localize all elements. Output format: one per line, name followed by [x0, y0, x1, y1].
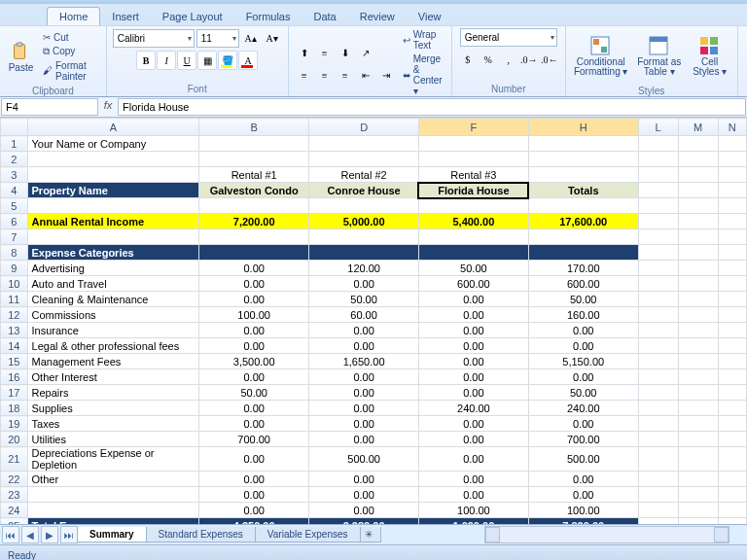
- cell[interactable]: 0.00: [199, 487, 309, 503]
- cell[interactable]: [638, 261, 678, 276]
- cell[interactable]: 0.00: [528, 487, 638, 503]
- cell[interactable]: [678, 152, 718, 167]
- spreadsheet-grid[interactable]: ABDFHLMN1Your Name or Company23Rental #1…: [0, 118, 747, 524]
- orientation-button[interactable]: ↗: [356, 43, 375, 62]
- cell[interactable]: [678, 183, 718, 198]
- cell[interactable]: Insurance: [27, 323, 199, 338]
- cell[interactable]: 700.00: [528, 432, 638, 447]
- row-head-10[interactable]: 10: [1, 276, 28, 292]
- row-head-23[interactable]: 23: [1, 487, 28, 503]
- cut-button[interactable]: ✂Cut: [40, 31, 100, 44]
- cell[interactable]: Expense Categories: [27, 245, 199, 261]
- increase-decimal-button[interactable]: .0→: [519, 50, 539, 69]
- cell[interactable]: [638, 472, 678, 487]
- cell[interactable]: [678, 167, 718, 183]
- col-head-F[interactable]: F: [418, 119, 528, 136]
- cell[interactable]: Other: [27, 472, 199, 487]
- cell[interactable]: [678, 354, 718, 369]
- align-middle-button[interactable]: ≡: [315, 43, 335, 62]
- comma-button[interactable]: ,: [499, 50, 518, 69]
- cell[interactable]: [418, 229, 528, 245]
- cell[interactable]: Supplies: [27, 401, 199, 416]
- cell[interactable]: 0.00: [309, 338, 419, 354]
- row-head-16[interactable]: 16: [1, 369, 28, 385]
- row-head-13[interactable]: 13: [1, 323, 28, 338]
- cell[interactable]: [678, 276, 718, 292]
- currency-button[interactable]: $: [458, 50, 478, 69]
- row-head-18[interactable]: 18: [1, 401, 28, 416]
- cell[interactable]: 0.00: [309, 401, 419, 416]
- cell[interactable]: 1,650.00: [309, 354, 419, 369]
- cell[interactable]: 0.00: [199, 323, 309, 338]
- underline-button[interactable]: U: [177, 51, 196, 70]
- cell[interactable]: [678, 447, 718, 472]
- cell[interactable]: [718, 167, 746, 183]
- cell[interactable]: [678, 292, 718, 307]
- cell[interactable]: [199, 136, 309, 152]
- cell[interactable]: 50.00: [418, 261, 528, 276]
- cell[interactable]: [718, 472, 746, 487]
- cell[interactable]: 0.00: [418, 292, 528, 307]
- cell[interactable]: [638, 167, 678, 183]
- font-size-combo[interactable]: 11: [196, 29, 239, 48]
- cell[interactable]: [638, 401, 678, 416]
- row-head-12[interactable]: 12: [1, 307, 28, 323]
- grow-font-button[interactable]: A▴: [241, 28, 261, 48]
- cell[interactable]: 0.00: [528, 472, 638, 487]
- cell[interactable]: [638, 276, 678, 292]
- cell[interactable]: [718, 136, 746, 152]
- tab-data[interactable]: Data: [302, 8, 347, 25]
- cell[interactable]: 240.00: [528, 401, 638, 416]
- cell[interactable]: [678, 136, 718, 152]
- merge-center-button[interactable]: ⬌Merge & Center ▾: [400, 52, 445, 97]
- tab-formulas[interactable]: Formulas: [234, 8, 302, 25]
- col-head-B[interactable]: B: [199, 119, 309, 136]
- cell[interactable]: 170.00: [528, 261, 638, 276]
- cell[interactable]: [638, 198, 678, 214]
- increase-indent-button[interactable]: ⇥: [376, 65, 396, 85]
- cell[interactable]: 5,150.00: [528, 354, 638, 369]
- cell[interactable]: [718, 152, 746, 167]
- cell[interactable]: [638, 503, 678, 518]
- cell[interactable]: [718, 385, 746, 401]
- cell[interactable]: Rental #3: [418, 167, 528, 183]
- cell[interactable]: [678, 385, 718, 401]
- cell[interactable]: [678, 416, 718, 432]
- cell[interactable]: [718, 214, 746, 229]
- cell[interactable]: 0.00: [309, 487, 419, 503]
- cell[interactable]: 700.00: [199, 432, 309, 447]
- cell[interactable]: [528, 152, 638, 167]
- cell[interactable]: Your Name or Company: [27, 136, 199, 152]
- cell[interactable]: Legal & other professional fees: [27, 338, 199, 354]
- cell[interactable]: 3,500.00: [199, 354, 309, 369]
- cell[interactable]: [638, 323, 678, 338]
- cell[interactable]: [718, 369, 746, 385]
- cell[interactable]: 7,200.00: [199, 214, 309, 229]
- cell[interactable]: 0.00: [418, 354, 528, 369]
- col-head-M[interactable]: M: [678, 119, 718, 136]
- cell[interactable]: [528, 198, 638, 214]
- row-head-3[interactable]: 3: [1, 167, 28, 183]
- bold-button[interactable]: B: [136, 51, 156, 70]
- cell[interactable]: [638, 487, 678, 503]
- cell[interactable]: [638, 447, 678, 472]
- cell[interactable]: Galveston Condo: [199, 183, 309, 198]
- cell[interactable]: 0.00: [418, 432, 528, 447]
- cell[interactable]: [309, 152, 419, 167]
- align-bottom-button[interactable]: ⬇: [336, 43, 355, 62]
- cell[interactable]: 5,000.00: [309, 214, 419, 229]
- cell[interactable]: Commissions: [27, 307, 199, 323]
- cell[interactable]: [678, 401, 718, 416]
- cell[interactable]: [27, 167, 199, 183]
- cell[interactable]: 600.00: [528, 276, 638, 292]
- cell[interactable]: [678, 214, 718, 229]
- cell[interactable]: [678, 261, 718, 276]
- col-head-A[interactable]: A: [27, 119, 199, 136]
- cell[interactable]: 0.00: [309, 472, 419, 487]
- paste-button[interactable]: Paste: [6, 28, 36, 85]
- cell[interactable]: [678, 307, 718, 323]
- cell[interactable]: Property Name: [27, 183, 199, 198]
- cell[interactable]: [718, 323, 746, 338]
- cell[interactable]: [678, 487, 718, 503]
- cell[interactable]: 50.00: [309, 292, 419, 307]
